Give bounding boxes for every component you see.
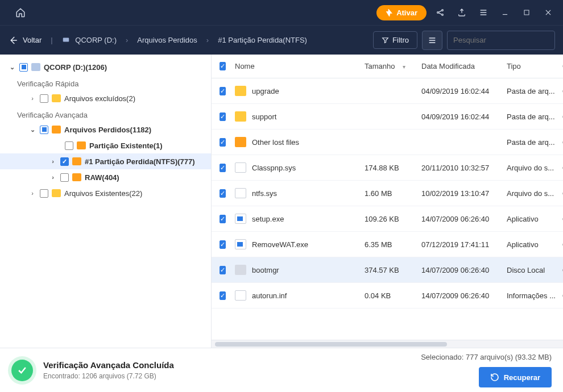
file-icon bbox=[235, 214, 246, 224]
chevron-right-icon[interactable]: › bbox=[49, 174, 57, 181]
checkbox[interactable]: ✓ bbox=[220, 266, 226, 274]
file-date: 04/09/2019 16:02:44 bbox=[421, 112, 507, 121]
checkbox[interactable] bbox=[60, 173, 69, 182]
footer-right: Selecionado: 777 arquivo(s) (93.32 MB) R… bbox=[421, 353, 552, 387]
chevron-down-icon[interactable]: ⌄ bbox=[28, 126, 36, 134]
activate-button[interactable]: Ativar bbox=[376, 5, 427, 20]
table-row[interactable]: ✓Classpnp.sys174.88 KB20/11/2010 10:32:5… bbox=[212, 155, 563, 181]
file-type: Pasta de arq... bbox=[507, 138, 562, 147]
file-name: ntfs.sys bbox=[252, 189, 277, 198]
header-name[interactable]: Nome bbox=[229, 62, 365, 70]
tree-existing-partition[interactable]: Partição Existente(1) bbox=[0, 137, 211, 153]
file-icon bbox=[235, 265, 246, 275]
chevron-right-icon[interactable]: › bbox=[28, 190, 36, 197]
checkbox[interactable]: ✓ bbox=[220, 138, 226, 147]
tree-label: Arquivos excluídos(2) bbox=[64, 94, 135, 103]
checkbox[interactable]: ✓ bbox=[220, 215, 226, 223]
recover-label: Recuperar bbox=[504, 373, 540, 382]
svg-point-1 bbox=[442, 10, 444, 11]
filter-button[interactable]: Filtro bbox=[373, 31, 417, 49]
file-date: 14/07/2009 06:26:40 bbox=[421, 215, 507, 223]
table-row[interactable]: ✓bootmgr374.57 KB14/07/2009 06:26:40Disc… bbox=[212, 257, 563, 283]
close-icon[interactable] bbox=[540, 5, 556, 20]
listview-button[interactable] bbox=[422, 31, 442, 50]
checkbox-all[interactable]: ✓ bbox=[220, 62, 226, 70]
checkbox[interactable] bbox=[40, 189, 48, 198]
chevron-right-icon[interactable]: › bbox=[49, 158, 57, 165]
header-date[interactable]: Data Modificada bbox=[421, 62, 507, 70]
file-date: 20/11/2010 10:32:57 bbox=[421, 164, 507, 172]
file-name: support bbox=[252, 112, 276, 121]
folder-icon bbox=[52, 189, 61, 197]
footer: Verificação Avançada Concluída Encontrad… bbox=[0, 348, 563, 392]
footer-status: Verificação Avançada Concluída Encontrad… bbox=[43, 360, 174, 380]
tree-raw[interactable]: › RAW(404) bbox=[0, 169, 211, 185]
checkbox[interactable]: ✓ bbox=[60, 157, 69, 166]
table-row[interactable]: ✓setup.exe109.26 KB14/07/2009 06:26:40Ap… bbox=[212, 206, 563, 232]
checkbox[interactable] bbox=[19, 63, 28, 72]
file-size: 109.26 KB bbox=[365, 215, 421, 223]
file-icon bbox=[235, 111, 246, 122]
file-icon bbox=[235, 137, 246, 147]
export-icon[interactable] bbox=[454, 5, 470, 20]
header-size[interactable]: Tamanho▾ bbox=[365, 62, 421, 70]
titlebar: Ativar bbox=[0, 0, 563, 25]
file-name: Other lost files bbox=[252, 138, 299, 147]
checkbox[interactable] bbox=[40, 94, 48, 103]
breadcrumb-partition[interactable]: #1 Partição Perdida(NTFS) bbox=[218, 36, 307, 44]
checkbox[interactable]: ✓ bbox=[220, 87, 226, 95]
file-icon bbox=[235, 188, 246, 198]
file-type: Informações ... bbox=[507, 291, 562, 300]
tree-excluded[interactable]: › Arquivos excluídos(2) bbox=[0, 90, 211, 106]
table-row[interactable]: ✓autorun.inf0.04 KB14/07/2009 06:26:40In… bbox=[212, 283, 563, 308]
chevron-right-icon[interactable]: › bbox=[28, 95, 36, 102]
file-date: 14/07/2009 06:26:40 bbox=[421, 266, 507, 274]
svg-rect-3 bbox=[524, 10, 529, 15]
table-row[interactable]: ✓ntfs.sys1.60 MB10/02/2019 13:10:47Arqui… bbox=[212, 181, 563, 206]
checkbox[interactable] bbox=[65, 141, 73, 150]
file-icon bbox=[235, 290, 246, 301]
table-row[interactable]: ✓upgrade04/09/2019 16:02:44Pasta de arq.… bbox=[212, 78, 563, 104]
checkbox[interactable]: ✓ bbox=[220, 189, 226, 198]
tree-root[interactable]: ⌄ QCORP (D:)(1206) bbox=[0, 59, 211, 75]
chevron-down-icon[interactable]: ⌄ bbox=[8, 64, 16, 71]
file-icon bbox=[235, 86, 246, 96]
table-row[interactable]: ✓RemoveWAT.exe6.35 MB07/12/2019 17:41:11… bbox=[212, 232, 563, 257]
home-icon[interactable] bbox=[13, 5, 28, 20]
tree-lost[interactable]: ⌄ Arquivos Perdidos(1182) bbox=[0, 122, 211, 137]
search-box[interactable] bbox=[447, 31, 555, 50]
minimize-icon[interactable] bbox=[497, 5, 513, 20]
breadcrumb-lost[interactable]: Arquivos Perdidos bbox=[137, 36, 197, 44]
header-type[interactable]: Tipo bbox=[507, 62, 562, 70]
menu-icon[interactable] bbox=[475, 5, 491, 20]
svg-rect-4 bbox=[63, 38, 69, 42]
recover-button[interactable]: Recuperar bbox=[479, 367, 552, 387]
share-icon[interactable] bbox=[432, 5, 448, 20]
tree-label: RAW(404) bbox=[85, 173, 119, 182]
file-name: upgrade bbox=[252, 87, 279, 95]
file-date: 10/02/2019 13:10:47 bbox=[421, 189, 507, 198]
table-row[interactable]: ✓support04/09/2019 16:02:44Pasta de arq.… bbox=[212, 104, 563, 130]
disk-icon bbox=[62, 36, 72, 44]
folder-icon bbox=[77, 141, 86, 149]
tree-existing-files[interactable]: › Arquivos Existentes(22) bbox=[0, 185, 211, 201]
table-row[interactable]: ✓Other lost filesPasta de arq...Q bbox=[212, 130, 563, 155]
tree-lost-partition[interactable]: › ✓ #1 Partição Perdida(NTFS)(777) bbox=[0, 153, 211, 169]
checkbox[interactable] bbox=[40, 126, 48, 134]
checkbox[interactable]: ✓ bbox=[220, 240, 226, 249]
scan-complete-label: Verificação Avançada Concluída bbox=[43, 360, 174, 370]
checkbox[interactable]: ✓ bbox=[220, 291, 226, 300]
checkbox[interactable]: ✓ bbox=[220, 164, 226, 172]
folder-icon bbox=[72, 157, 81, 165]
horizontal-scrollbar[interactable] bbox=[212, 340, 563, 348]
file-size: 374.57 KB bbox=[365, 266, 421, 274]
found-label: Encontrado: 1206 arquivos (7.72 GB) bbox=[43, 372, 174, 380]
breadcrumb-drive[interactable]: QCORP (D:) bbox=[62, 36, 117, 44]
file-type: Arquivo do s... bbox=[507, 164, 562, 172]
tree-label: Partição Existente(1) bbox=[89, 141, 163, 150]
back-button[interactable]: Voltar bbox=[8, 35, 42, 45]
maximize-icon[interactable] bbox=[519, 5, 535, 20]
activate-label: Ativar bbox=[396, 9, 417, 17]
search-input[interactable] bbox=[453, 36, 549, 44]
checkbox[interactable]: ✓ bbox=[220, 112, 226, 121]
